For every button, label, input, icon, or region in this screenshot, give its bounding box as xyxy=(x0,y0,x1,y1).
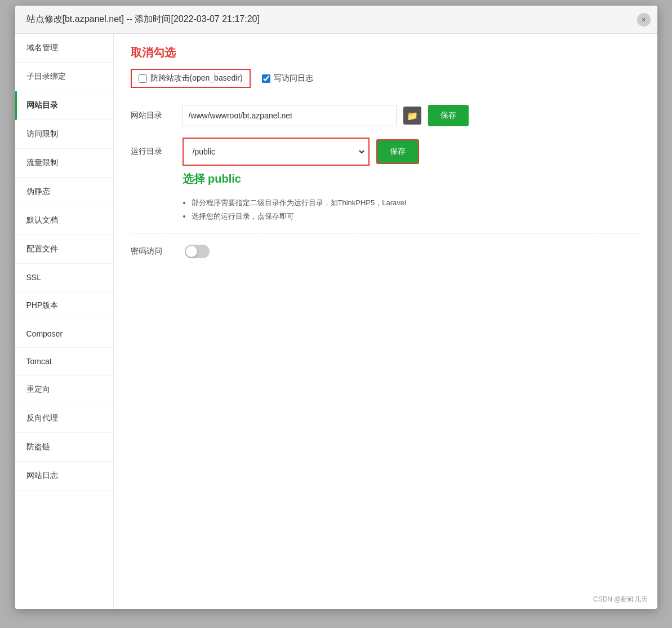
checkbox-row: 防跨站攻击(open_basedir) 写访问日志 xyxy=(131,69,640,88)
password-label: 密码访问 xyxy=(131,246,176,256)
sidebar-item-sitedir[interactable]: 网站目录 xyxy=(15,91,113,120)
sidebar-item-traffic[interactable]: 流量限制 xyxy=(15,149,113,178)
site-dir-input[interactable] xyxy=(183,105,397,126)
hint-item-1: 部分程序需要指定二级目录作为运行目录，如ThinkPHP5，Laravel xyxy=(192,198,640,208)
cross-site-box: 防跨站攻击(open_basedir) xyxy=(131,69,251,88)
sidebar-item-hotlink[interactable]: 防盗链 xyxy=(15,433,113,462)
watermark: CSDN @新鲜几天 xyxy=(593,595,648,604)
write-log-item: 写访问日志 xyxy=(262,73,313,83)
run-dir-save-button[interactable]: 保存 xyxy=(376,139,419,164)
site-dir-save-button[interactable]: 保存 xyxy=(428,105,469,126)
run-dir-row: 运行目录 / /public /app /web 保存 xyxy=(131,138,640,166)
cross-site-label: 防跨站攻击(open_basedir) xyxy=(150,73,243,83)
sidebar-item-subdir[interactable]: 子目录绑定 xyxy=(15,63,113,91)
sidebar-item-sitelog[interactable]: 网站日志 xyxy=(15,462,113,490)
run-dir-label: 运行目录 xyxy=(131,147,176,157)
hint-item-2: 选择您的运行目录，点保存即可 xyxy=(192,211,640,222)
sidebar-item-proxy[interactable]: 反向代理 xyxy=(15,404,113,433)
sidebar-item-redirect[interactable]: 重定向 xyxy=(15,375,113,404)
sidebar-item-default[interactable]: 默认文档 xyxy=(15,206,113,235)
site-dir-row: 网站目录 📁 保存 xyxy=(131,105,640,126)
folder-icon[interactable]: 📁 xyxy=(403,107,421,125)
write-log-label: 写访问日志 xyxy=(274,73,313,83)
sidebar-item-access[interactable]: 访问限制 xyxy=(15,120,113,149)
sidebar-item-config[interactable]: 配置文件 xyxy=(15,235,113,264)
annotation-cancel: 取消勾选 xyxy=(131,45,640,60)
modal-body: 域名管理 子目录绑定 网站目录 访问限制 流量限制 伪静态 默认 xyxy=(15,34,657,609)
sidebar-item-rewrite[interactable]: 伪静态 xyxy=(15,178,113,206)
close-button[interactable]: × xyxy=(637,13,651,26)
modal-header: 站点修改[bt.azpanel.net] -- 添加时间[2022-03-07 … xyxy=(15,6,657,34)
password-row: 密码访问 xyxy=(131,245,640,258)
divider xyxy=(131,233,640,233)
sidebar-item-ssl[interactable]: SSL xyxy=(15,264,113,291)
run-dir-select[interactable]: / /public /app /web xyxy=(186,141,366,162)
run-dir-select-container: / /public /app /web xyxy=(183,138,370,166)
main-content: 取消勾选 防跨站攻击(open_basedir) 写访问日志 网站目录 xyxy=(114,34,657,609)
annotation-public: 选择 public xyxy=(183,171,640,187)
modal-container: 站点修改[bt.azpanel.net] -- 添加时间[2022-03-07 … xyxy=(15,6,657,609)
password-toggle[interactable] xyxy=(185,245,210,258)
site-dir-label: 网站目录 xyxy=(131,110,176,121)
sidebar-item-domain[interactable]: 域名管理 xyxy=(15,34,113,63)
modal-title: 站点修改[bt.azpanel.net] -- 添加时间[2022-03-07 … xyxy=(26,14,260,24)
sidebar-item-php[interactable]: PHP版本 xyxy=(15,291,113,320)
sidebar-item-tomcat[interactable]: Tomcat xyxy=(15,348,113,375)
sidebar-item-composer[interactable]: Composer xyxy=(15,320,113,348)
sidebar: 域名管理 子目录绑定 网站目录 访问限制 流量限制 伪静态 默认 xyxy=(15,34,114,609)
hint-list: 部分程序需要指定二级目录作为运行目录，如ThinkPHP5，Laravel 选择… xyxy=(183,198,640,222)
cross-site-checkbox[interactable] xyxy=(139,74,147,83)
write-log-checkbox[interactable] xyxy=(262,74,270,83)
